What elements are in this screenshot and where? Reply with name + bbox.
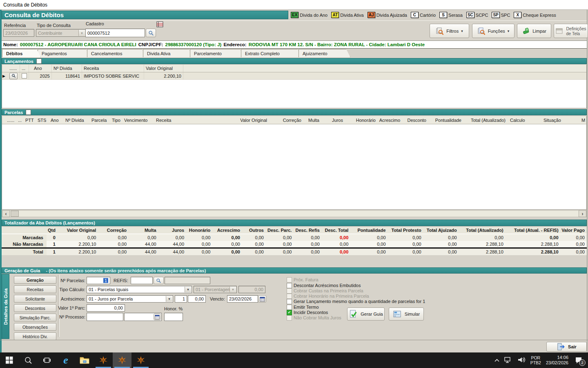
taskbar-search-button[interactable]	[19, 352, 38, 368]
tab-extrato-completo[interactable]: Extrato Completo	[241, 49, 302, 57]
file-explorer-button[interactable]	[75, 352, 94, 368]
column-header: Calculo	[507, 116, 531, 124]
row-checkbox[interactable]	[22, 73, 27, 79]
side-button-simulacao[interactable]: Simulação Parc.	[14, 314, 56, 321]
filtros-button[interactable]: Filtros ▾	[430, 24, 469, 38]
totalizador-header-row: Qtd Valor Original Correção Multa Juros …	[2, 227, 587, 234]
side-button-observacoes[interactable]: Observações	[14, 323, 56, 331]
side-button-receitas[interactable]: Receitas	[14, 285, 56, 293]
task-view-icon	[43, 356, 51, 364]
acrescimos-select[interactable]: 01 - Juros por Parcela ▾	[87, 295, 173, 303]
detalhes-guia-strip: Detalhes da Guia	[2, 274, 9, 339]
language-indicator[interactable]: POR PTB2	[530, 355, 541, 365]
column-header: Parcela	[90, 116, 111, 124]
tab-cancelamentos[interactable]: Cancelamentos	[87, 49, 146, 57]
app-window-1-button[interactable]	[94, 352, 113, 368]
scroll-right-icon[interactable]: ›	[579, 210, 586, 217]
side-button-solicitante[interactable]: Solicitante	[14, 295, 56, 303]
processo-calendar-button[interactable]	[154, 314, 161, 320]
column-header: Juros	[321, 116, 344, 124]
lancamentos-select-all-checkbox[interactable]	[36, 58, 42, 64]
honor-input[interactable]	[164, 313, 183, 321]
definicoes-tela-button[interactable]: Definições de Tela	[554, 24, 588, 38]
app-window-2-button[interactable]	[113, 352, 131, 368]
screen-settings-icon	[555, 27, 564, 35]
task-view-button[interactable]	[38, 352, 56, 368]
checkbox-icon	[287, 288, 292, 294]
parcelas-select-all-checkbox[interactable]	[26, 110, 31, 115]
tipo-consulta-label: Tipo de Consulta	[37, 23, 71, 28]
acrescimos-qtd-input[interactable]: 1	[175, 295, 187, 303]
column-header: Pontualidade	[428, 116, 463, 124]
tab-debitos[interactable]: Débitos	[2, 49, 41, 57]
table-row[interactable]: ▶ 2025 118641 IMPOSTO SOBRE SERVIC 2.200…	[2, 72, 586, 80]
column-header: Desconto	[401, 116, 428, 124]
limpar-label: Limpar	[532, 29, 546, 34]
grid-list-icon[interactable]	[156, 21, 163, 27]
taskbar-time: 14:06	[557, 355, 568, 360]
limpar-button[interactable]: Limpar	[517, 24, 551, 38]
funcoes-button[interactable]: Funções ▾	[472, 24, 514, 38]
checkbox-icon	[287, 305, 292, 310]
column-header: Tipo	[111, 116, 123, 124]
sair-button[interactable]: Sair	[546, 342, 587, 352]
tipo-calculo-select[interactable]: 01 - Parcelas Iguais ▾	[87, 286, 192, 293]
geracao-panel: Detalhes da Guia Geração Receitas Solici…	[2, 274, 587, 340]
badge-c: C	[411, 12, 419, 18]
app-starburst-icon	[136, 355, 146, 365]
tab-ajuizamento[interactable]: Ajuizamento	[298, 49, 350, 57]
current-row-marker-icon: ▶	[2, 72, 8, 79]
tab-parcelamento[interactable]: Parcelamento	[190, 49, 244, 57]
gerar-guia-button[interactable]: Gerar Guia	[347, 307, 385, 321]
checkbox-incidir-descontos[interactable]: ✔Incidir Descontos	[287, 310, 328, 315]
taskbar-clock[interactable]: 14:06 23/02/2026	[546, 355, 568, 366]
tab-pagamentos[interactable]: Pagamentos	[38, 49, 90, 57]
simular-button[interactable]: Simular	[389, 307, 424, 321]
app-window-3-button[interactable]	[131, 352, 150, 368]
acrescimos-valor-input[interactable]: 0,00	[188, 295, 206, 303]
legend-item: EXDivida do Ano	[291, 12, 327, 18]
tab-strip: Débitos Pagamentos Cancelamentos Divida …	[2, 49, 587, 57]
scroll-left-icon[interactable]: ‹	[2, 210, 10, 217]
legend-item: ATDivida Ativa	[331, 12, 363, 18]
volume-icon[interactable]	[517, 357, 526, 364]
cell-receita: IMPOSTO SOBRE SERVIC	[82, 72, 144, 79]
row-detail-button[interactable]	[9, 73, 18, 79]
side-button-descontos[interactable]: Descontos	[14, 304, 56, 312]
checkbox-gerar-lancamento[interactable]: Gerar Lançamento mesmo quando a quantida…	[287, 299, 425, 304]
nome-value: 000007512 - AGROPERUARI CANA CRIOULA EIR…	[20, 42, 136, 47]
chevron-down-icon[interactable]: ▾	[185, 287, 191, 292]
horizontal-scrollbar[interactable]: ‹ ›	[2, 210, 587, 217]
side-button-historico[interactable]: Histórico Div.	[14, 332, 56, 340]
internet-explorer-button[interactable]: e	[56, 352, 75, 368]
processo-data-input[interactable]	[124, 313, 162, 321]
column-header: Situação	[531, 116, 580, 124]
cadastro-search-button[interactable]	[146, 29, 156, 37]
refis-input[interactable]	[131, 277, 153, 284]
tab-divida-ativa[interactable]: Divida Ativa	[143, 49, 193, 57]
network-icon[interactable]	[504, 357, 512, 364]
chevron-down-icon[interactable]: ▾	[166, 296, 172, 302]
num-parcelas-input[interactable]: 1	[87, 277, 110, 284]
checkbox-icon	[287, 299, 292, 304]
checkbox-descontar-acrescimos[interactable]: Descontar Acréscimos Embutidos	[287, 283, 361, 288]
app-starburst-icon	[98, 355, 108, 365]
checkbox-emitir-termo[interactable]: Emitir Termo	[287, 305, 319, 310]
scrollbar-thumb[interactable]	[11, 211, 19, 217]
column-header: Ano	[49, 116, 64, 124]
cadastro-input[interactable]: 000007512	[85, 29, 145, 37]
side-button-geracao[interactable]: Geração	[14, 276, 56, 284]
start-button[interactable]	[0, 352, 19, 368]
geracao-subtitle: - (Os itens abaixo somente serão preench…	[46, 268, 206, 273]
vencto-input[interactable]: 23/02/2026	[227, 295, 258, 303]
notification-center-button[interactable]: 2	[573, 355, 584, 365]
refis-search-button[interactable]	[154, 277, 164, 284]
tipo-consulta-select: Contribuinte ▾	[36, 29, 86, 37]
parcelas-title: Parcelas	[4, 110, 23, 115]
vencto-calendar-button[interactable]	[258, 295, 266, 303]
processo-input[interactable]	[87, 313, 123, 321]
tray-chevron-up-icon[interactable]	[494, 358, 499, 363]
chevron-down-icon: ▾	[461, 29, 463, 33]
valor-parc-input[interactable]: 0,00	[87, 304, 125, 312]
column-header: Acrescimo	[377, 116, 401, 124]
